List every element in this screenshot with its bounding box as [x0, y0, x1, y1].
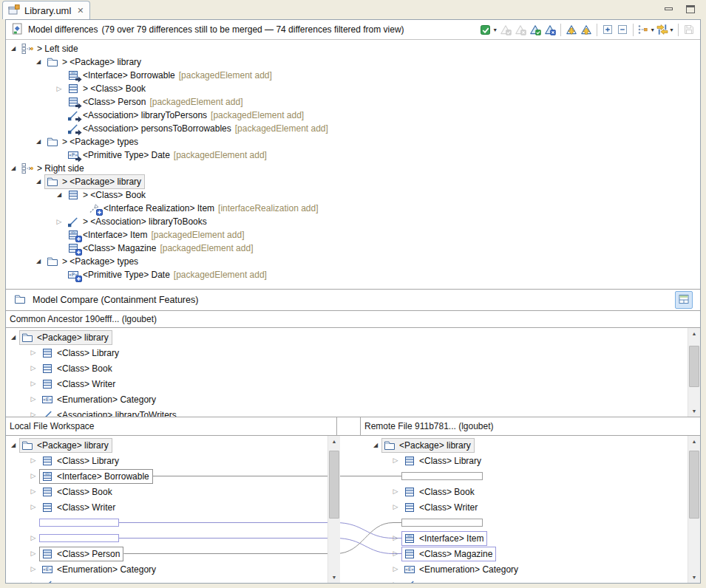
expand-all-button[interactable]: [600, 21, 615, 38]
tree-row[interactable]: ▷<Class> Writer: [6, 499, 340, 515]
scroll-down-icon[interactable]: ▼: [688, 572, 700, 583]
tree-row[interactable]: <Association> libraryToPersons[packagedE…: [6, 109, 700, 122]
dropdown-arrow-icon[interactable]: ▼: [669, 27, 674, 33]
merged-filter-button[interactable]: ▼: [479, 21, 498, 38]
tree-row[interactable]: «P»<Primitive Type> Date[packagedElement…: [6, 268, 700, 281]
dropdown-arrow-icon[interactable]: ▼: [650, 27, 655, 33]
expander-collapsed-icon[interactable]: ▷: [390, 457, 401, 464]
scrollbar-track[interactable]: [328, 447, 340, 572]
tree-row[interactable]: <Interface Realization> Item[interfaceRe…: [6, 202, 700, 215]
expander-collapsed-icon[interactable]: ▷: [27, 473, 39, 479]
expander-collapsed-icon[interactable]: ▷: [27, 504, 39, 510]
tree-row[interactable]: ▷: [6, 577, 340, 583]
tree-row[interactable]: ▷: [361, 577, 700, 583]
tree-row[interactable]: <Association> personsToBorrowables[packa…: [6, 122, 700, 135]
dropdown-arrow-icon[interactable]: ▼: [492, 27, 498, 33]
expander-expanded-icon[interactable]: ◢: [7, 442, 19, 448]
scrollbar-track[interactable]: [688, 447, 700, 572]
tree-row[interactable]: ▷«E»<Enumeration> Category: [361, 561, 700, 577]
scrollbar-thumb[interactable]: [329, 451, 339, 519]
tree-row[interactable]: «I»<Interface> Item[packagedElement add]: [6, 228, 700, 242]
tree-row[interactable]: ▷<Class> Library: [361, 453, 700, 468]
tree-row[interactable]: ▷> <Association> libraryToBooks: [6, 215, 700, 228]
expander-collapsed-icon[interactable]: ▷: [27, 380, 39, 387]
tree-row[interactable]: ◢> <Package> types: [6, 255, 700, 268]
expander-collapsed-icon[interactable]: ▷: [390, 488, 401, 495]
tree-row[interactable]: ◢<Package> library: [6, 437, 340, 453]
editor-tab[interactable]: Library.uml ✕: [2, 1, 90, 19]
tab-close-icon[interactable]: ✕: [77, 6, 84, 16]
scrollbar-thumb[interactable]: [689, 346, 699, 387]
right-pane-scrollbar[interactable]: ▲▼: [688, 436, 700, 583]
tree-row[interactable]: ◢> Left side: [6, 42, 700, 55]
left-pane-scrollbar[interactable]: ▲▼: [327, 436, 340, 583]
tree-row[interactable]: ▷«E»<Enumeration> Category: [6, 561, 340, 577]
expander-collapsed-icon[interactable]: ▷: [27, 457, 39, 464]
tree-row[interactable]: ▷: [6, 530, 340, 546]
tree-row[interactable]: ◢> <Class> Book: [6, 188, 700, 202]
tree-row[interactable]: ▷<Class> Magazine: [361, 546, 700, 561]
expander-collapsed-icon[interactable]: ▷: [390, 550, 401, 557]
tree-row[interactable]: ▷<Class> Writer: [6, 376, 700, 392]
tree-row[interactable]: [361, 515, 700, 530]
expander-collapsed-icon[interactable]: ▷: [390, 581, 401, 583]
tree-row[interactable]: «P»<Primitive Type> Date[packagedElement…: [6, 148, 700, 162]
expander-collapsed-icon[interactable]: ▷: [27, 396, 39, 403]
tree-row[interactable]: [6, 515, 340, 530]
tree-row[interactable]: ▷> <Class> Book: [6, 82, 700, 95]
tree-row[interactable]: <Class> Magazine[packagedElement add]: [6, 242, 700, 255]
scroll-up-icon[interactable]: ▲: [328, 436, 340, 447]
scroll-down-icon[interactable]: ▼: [328, 572, 340, 583]
tree-row[interactable]: ▷<Class> Library: [6, 345, 700, 360]
merge-all-down-button[interactable]: [564, 21, 579, 38]
tree-row[interactable]: ◢> <Package> library: [6, 55, 700, 69]
tree-row[interactable]: ◢> Right side: [6, 162, 700, 175]
expander-collapsed-icon[interactable]: ▷: [27, 581, 39, 583]
merge-all-up-button[interactable]: [579, 21, 594, 38]
expander-collapsed-icon[interactable]: ▷: [27, 550, 39, 557]
swap-layout-button[interactable]: [675, 291, 693, 309]
tree-row[interactable]: ▷<Class> Book: [6, 360, 700, 376]
tree-row[interactable]: ▷«I»<Interface> Borrowable: [6, 468, 340, 484]
expander-expanded-icon[interactable]: ◢: [33, 139, 44, 145]
tree-row[interactable]: ◢<Package> library: [6, 329, 700, 345]
ancestor-scrollbar[interactable]: ▲▼: [688, 328, 700, 417]
expander-collapsed-icon[interactable]: ▷: [27, 349, 39, 356]
expander-collapsed-icon[interactable]: ▷: [390, 535, 401, 541]
expander-expanded-icon[interactable]: ◢: [33, 179, 44, 185]
expander-collapsed-icon[interactable]: ▷: [390, 504, 401, 510]
reject-all-changes-button[interactable]: [543, 21, 557, 38]
expander-collapsed-icon[interactable]: ▷: [390, 566, 401, 572]
minimize-icon[interactable]: [663, 4, 673, 13]
tree-row[interactable]: ◢> <Package> library: [6, 175, 700, 188]
expander-expanded-icon[interactable]: ◢: [7, 46, 19, 52]
expander-collapsed-icon[interactable]: ▷: [53, 86, 65, 92]
expander-collapsed-icon[interactable]: ▷: [27, 365, 39, 372]
expander-expanded-icon[interactable]: ◢: [370, 442, 381, 448]
tree-row[interactable]: ▷<Association> libraryToWriters: [6, 407, 700, 417]
tree-row[interactable]: ▷<Class> Book: [361, 484, 700, 499]
group-by-button[interactable]: ▼: [637, 21, 656, 38]
tree-row[interactable]: «I»<Interface> Borrowable[packagedElemen…: [6, 69, 700, 82]
expander-collapsed-icon[interactable]: ▷: [27, 566, 39, 572]
tree-row[interactable]: ▷<Class> Person: [6, 546, 340, 561]
tree-row[interactable]: [361, 468, 700, 484]
scrollbar-thumb[interactable]: [689, 451, 699, 519]
scrollbar-track[interactable]: [688, 339, 700, 406]
expander-collapsed-icon[interactable]: ▷: [27, 488, 39, 495]
expander-collapsed-icon[interactable]: ▷: [53, 219, 65, 225]
expander-expanded-icon[interactable]: ◢: [53, 192, 65, 198]
tree-row[interactable]: ▷«E»<Enumeration> Category: [6, 392, 700, 407]
expander-expanded-icon[interactable]: ◢: [33, 59, 44, 65]
tree-row[interactable]: ▷<Class> Book: [6, 484, 340, 499]
accept-all-changes-button[interactable]: [528, 21, 543, 38]
expander-expanded-icon[interactable]: ◢: [7, 335, 19, 341]
tree-row[interactable]: ▷«I»<Interface> Item: [361, 530, 700, 546]
expander-expanded-icon[interactable]: ◢: [33, 259, 44, 264]
expander-collapsed-icon[interactable]: ▷: [27, 411, 39, 417]
tree-row[interactable]: ◢<Package> library: [361, 437, 700, 453]
scroll-down-icon[interactable]: ▼: [688, 406, 700, 417]
scroll-up-icon[interactable]: ▲: [688, 436, 700, 447]
collapse-all-button[interactable]: [615, 21, 630, 38]
tree-row[interactable]: <Class> Person[packagedElement add]: [6, 95, 700, 109]
